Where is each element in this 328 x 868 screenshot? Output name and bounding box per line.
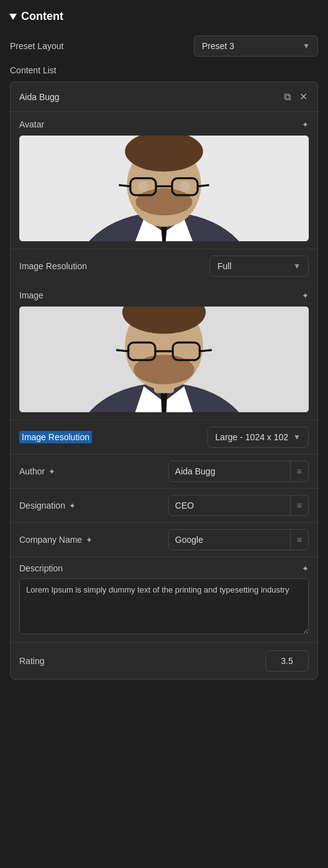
image-label: Image xyxy=(19,290,43,300)
description-header: Description ✦ xyxy=(19,563,309,573)
chevron-down-icon-3: ▼ xyxy=(293,433,301,441)
section-title: Content xyxy=(21,10,63,23)
image-resolution-2-select[interactable]: Large - 1024 x 102 ▼ xyxy=(207,427,309,448)
copy-button[interactable]: ⧉ xyxy=(283,90,292,104)
image-resolution-2-label: Image Resolution xyxy=(19,431,92,443)
author-row: Author ✦ ≡ xyxy=(11,454,317,488)
designation-db-icon[interactable]: ≡ xyxy=(290,496,308,515)
image-sparkle-icon[interactable]: ✦ xyxy=(302,291,309,300)
card-title: Aida Bugg xyxy=(19,92,60,102)
main-image[interactable] xyxy=(19,307,309,412)
avatar-header: Avatar ✦ xyxy=(19,119,309,129)
chevron-down-icon-2: ▼ xyxy=(293,262,301,270)
company-db-icon[interactable]: ≡ xyxy=(290,530,308,550)
image-header: Image ✦ xyxy=(19,290,309,300)
company-name-label: Company Name ✦ xyxy=(19,535,93,545)
author-label: Author ✦ xyxy=(19,466,55,476)
designation-row: Designation ✦ ≡ xyxy=(11,488,317,522)
image-resolution-1-select[interactable]: Full ▼ xyxy=(209,256,309,277)
collapse-icon[interactable] xyxy=(9,14,17,20)
avatar-sparkle-icon[interactable]: ✦ xyxy=(302,120,309,129)
avatar-section: Avatar ✦ xyxy=(11,112,317,249)
preset-layout-label: Preset Layout xyxy=(10,41,63,51)
company-name-input-wrap: ≡ xyxy=(168,529,309,550)
designation-input[interactable] xyxy=(169,496,290,515)
designation-input-wrap: ≡ xyxy=(168,495,309,516)
company-name-input[interactable] xyxy=(169,530,290,550)
author-input[interactable] xyxy=(169,461,290,481)
preset-layout-select[interactable]: Preset 3 ▼ xyxy=(194,35,318,57)
close-button[interactable]: ✕ xyxy=(298,90,309,104)
company-sparkle-icon[interactable]: ✦ xyxy=(86,535,93,545)
content-list-label: Content List xyxy=(10,65,318,75)
image-section: Image ✦ xyxy=(11,283,317,420)
preset-layout-value: Preset 3 xyxy=(202,41,234,51)
image-resolution-2-value: Large - 1024 x 102 xyxy=(216,432,289,442)
card-header: Aida Bugg ⧉ ✕ xyxy=(11,82,317,112)
image-resolution-1-label: Image Resolution xyxy=(19,261,87,271)
rating-value[interactable]: 3.5 xyxy=(265,650,309,672)
image-resolution-2-row: Image Resolution Large - 1024 x 102 ▼ xyxy=(11,420,317,454)
copy-icon: ⧉ xyxy=(284,91,291,103)
card-actions: ⧉ ✕ xyxy=(283,90,309,104)
rating-row: Rating 3.5 xyxy=(11,642,317,679)
svg-line-12 xyxy=(119,185,130,187)
content-panel: Content Preset Layout Preset 3 ▼ Content… xyxy=(0,0,328,698)
image-resolution-1-value: Full xyxy=(217,261,232,271)
author-input-wrap: ≡ xyxy=(168,461,309,482)
close-icon: ✕ xyxy=(299,91,308,103)
description-sparkle-icon[interactable]: ✦ xyxy=(302,564,309,573)
svg-line-13 xyxy=(198,185,209,187)
image-resolution-1-row: Image Resolution Full ▼ xyxy=(11,249,317,283)
preset-layout-row: Preset Layout Preset 3 ▼ xyxy=(10,35,318,57)
designation-sparkle-icon[interactable]: ✦ xyxy=(69,501,76,510)
svg-point-14 xyxy=(138,181,148,192)
author-sparkle-icon[interactable]: ✦ xyxy=(48,467,55,476)
company-name-row: Company Name ✦ ≡ xyxy=(11,522,317,556)
avatar-label: Avatar xyxy=(19,119,44,129)
section-header: Content xyxy=(10,10,318,23)
avatar-image[interactable] xyxy=(19,136,309,241)
designation-label: Designation ✦ xyxy=(19,501,76,510)
chevron-down-icon: ▼ xyxy=(303,42,310,50)
author-db-icon[interactable]: ≡ xyxy=(290,461,308,481)
content-card: Aida Bugg ⧉ ✕ Avatar ✦ xyxy=(10,81,318,680)
description-section: Description ✦ xyxy=(11,556,317,642)
description-textarea[interactable] xyxy=(19,578,309,634)
svg-line-28 xyxy=(116,350,129,351)
svg-point-8 xyxy=(135,188,192,215)
svg-line-29 xyxy=(199,350,212,351)
rating-label: Rating xyxy=(19,656,44,666)
description-label: Description xyxy=(19,563,63,573)
svg-point-15 xyxy=(180,181,190,192)
